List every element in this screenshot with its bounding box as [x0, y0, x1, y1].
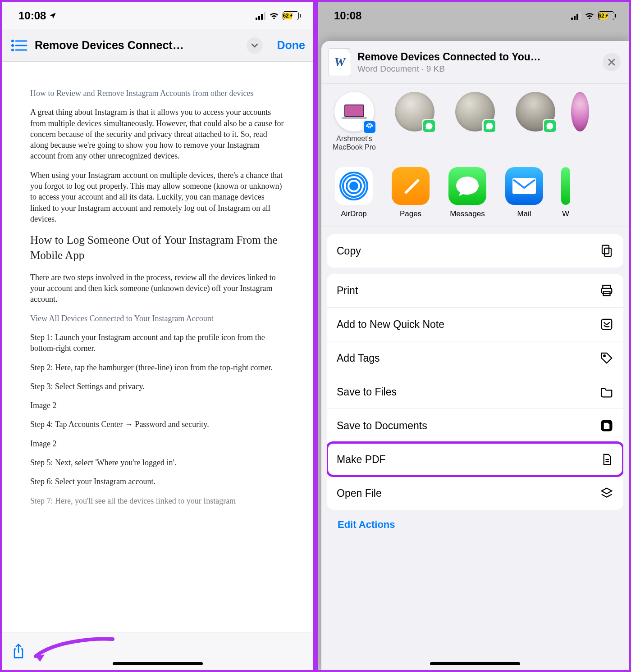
- airdrop-target[interactable]: [571, 92, 589, 151]
- close-button[interactable]: [603, 53, 621, 71]
- copy-icon: [600, 244, 613, 258]
- mail-icon: [512, 177, 537, 195]
- svg-point-4: [12, 49, 14, 50]
- share-file-title: Remove Devices Connected to You…: [357, 51, 596, 63]
- action-open-file[interactable]: Open File: [327, 476, 623, 510]
- target-label: Arshmeet's MacBook Pro: [329, 134, 379, 151]
- action-copy[interactable]: Copy: [327, 234, 623, 268]
- location-arrow-icon: [49, 12, 57, 20]
- app-label: W: [561, 209, 570, 218]
- share-icon[interactable]: [11, 643, 26, 659]
- doc-h2: How to Log Someone Out of Your Instagram…: [30, 232, 285, 263]
- doc-step: Step 1: Launch your Instagram account an…: [30, 332, 285, 354]
- battery-icon: 62⚡︎: [283, 11, 301, 20]
- doc-step: Step 5: Next, select 'Where you're logge…: [30, 457, 285, 468]
- annotation-arrow-icon: [29, 636, 115, 663]
- airdrop-targets-row[interactable]: Arshmeet's MacBook Pro: [321, 84, 629, 157]
- documents-app-icon: [600, 419, 613, 432]
- target-label: [390, 134, 439, 150]
- edit-actions-link[interactable]: Edit Actions: [327, 516, 623, 531]
- document-icon: [600, 453, 613, 466]
- doc-image-placeholder: Image 2: [30, 438, 285, 449]
- svg-rect-19: [602, 245, 609, 254]
- action-label: Copy: [337, 245, 361, 257]
- action-save-to-files[interactable]: Save to Files: [327, 375, 623, 409]
- printer-icon: [600, 284, 613, 297]
- status-time: 10:08: [18, 9, 46, 22]
- share-file-subtitle: Word Document · 9 KB: [357, 64, 596, 74]
- doc-paragraph: When using your Instagram account on mul…: [30, 170, 285, 224]
- airdrop-target[interactable]: Arshmeet's MacBook Pro: [329, 92, 379, 151]
- cellular-signal-icon: [256, 12, 265, 20]
- share-apps-row[interactable]: AirDrop Pages Messages Mail W: [321, 157, 629, 227]
- svg-rect-17: [512, 178, 536, 194]
- app-label: Messages: [448, 209, 487, 218]
- home-indicator: [113, 662, 203, 665]
- doc-step: Step 7: Here, you'll see all the devices…: [30, 495, 285, 506]
- action-save-to-documents[interactable]: Save to Documents: [327, 409, 623, 442]
- action-add-tags[interactable]: Add Tags: [327, 341, 623, 375]
- file-thumbnail-word-icon: W: [329, 48, 351, 76]
- status-time: 10:08: [334, 9, 361, 22]
- app-label: Pages: [391, 209, 430, 218]
- doc-step: Step 6: Select your Instagram account.: [30, 476, 285, 487]
- share-app-airdrop[interactable]: AirDrop: [334, 167, 374, 218]
- action-label: Save to Documents: [337, 420, 427, 432]
- doc-paragraph: There are two steps involved in the proc…: [30, 272, 285, 305]
- action-label: Save to Files: [337, 386, 397, 398]
- doc-paragraph: A great thing about Instagram is that it…: [30, 107, 285, 161]
- app-label: Mail: [504, 209, 544, 218]
- share-sheet: W Remove Devices Connected to You… Word …: [321, 41, 629, 670]
- action-label: Open File: [337, 487, 382, 499]
- airdrop-target[interactable]: [511, 92, 560, 151]
- target-label: [511, 134, 560, 150]
- whatsapp-badge-icon: [543, 119, 557, 133]
- doc-image-placeholder: Image 2: [30, 400, 285, 411]
- folder-icon: [600, 385, 613, 399]
- svg-rect-18: [604, 248, 611, 257]
- airdrop-badge-icon: [362, 120, 377, 134]
- airdrop-target[interactable]: [450, 92, 500, 151]
- share-app-pages[interactable]: Pages: [391, 167, 430, 218]
- svg-point-2: [12, 45, 14, 46]
- share-app-messages[interactable]: Messages: [448, 167, 487, 218]
- doc-step: Step 2: Here, tap the hamburger (three-l…: [30, 362, 285, 373]
- whatsapp-badge-icon: [482, 119, 497, 133]
- tag-icon: [600, 351, 613, 365]
- svg-point-0: [12, 40, 14, 41]
- pages-icon: [400, 175, 421, 197]
- action-label: Add Tags: [337, 352, 380, 364]
- close-icon: [608, 58, 616, 66]
- expand-title-button[interactable]: [247, 37, 263, 54]
- status-bar: 10:08 62⚡︎: [318, 2, 629, 29]
- action-add-quick-note[interactable]: Add to New Quick Note: [327, 307, 623, 341]
- action-print[interactable]: Print: [327, 274, 623, 307]
- doc-subheading: View All Devices Connected to Your Insta…: [30, 313, 285, 324]
- share-actions-list: Copy Print Add to New Quick Note Add Tag…: [321, 227, 629, 531]
- messages-icon: [455, 175, 480, 197]
- layers-icon: [600, 486, 613, 500]
- action-label: Add to New Quick Note: [337, 318, 444, 331]
- app-label: AirDrop: [334, 209, 374, 218]
- battery-icon: 62⚡︎: [598, 11, 617, 20]
- document-content[interactable]: How to Review and Remove Instagram Accou…: [2, 62, 313, 632]
- action-make-pdf[interactable]: Make PDF: [327, 442, 623, 476]
- cellular-signal-icon: [571, 12, 581, 20]
- doc-step: Step 4: Tap Accounts Center → Password a…: [30, 419, 285, 430]
- left-phone-screenshot: 10:08 62⚡︎ Remove Devices Connect… Done …: [0, 0, 316, 672]
- wifi-icon: [585, 12, 594, 20]
- svg-point-12: [369, 126, 371, 128]
- bottom-toolbar: [2, 632, 313, 670]
- doc-step: Step 3: Select Settings and privacy.: [30, 381, 285, 392]
- document-header: Remove Devices Connect… Done: [2, 29, 313, 62]
- share-app-mail[interactable]: Mail: [504, 167, 544, 218]
- whatsapp-badge-icon: [422, 119, 436, 133]
- document-title: Remove Devices Connect…: [35, 39, 240, 52]
- home-indicator: [430, 662, 520, 665]
- macbook-icon: [342, 103, 367, 121]
- share-app-cutoff[interactable]: W: [561, 167, 570, 218]
- done-button[interactable]: Done: [277, 39, 306, 52]
- outline-list-icon[interactable]: [10, 38, 28, 53]
- airdrop-target[interactable]: [390, 92, 439, 151]
- svg-rect-11: [342, 117, 367, 119]
